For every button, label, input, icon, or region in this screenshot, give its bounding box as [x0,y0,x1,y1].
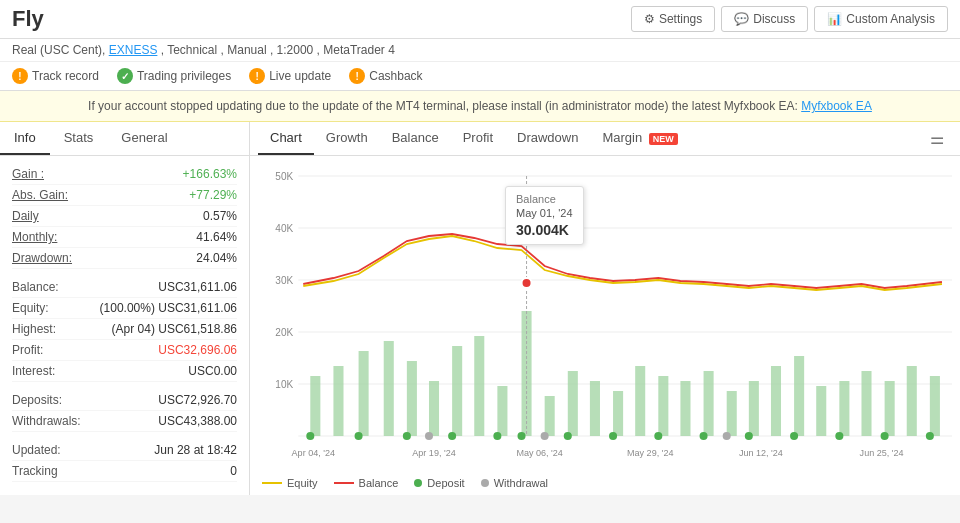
withdrawals-row: Withdrawals: USC43,388.00 [12,411,237,432]
svg-rect-13 [359,351,369,436]
withdrawals-value: USC43,388.00 [158,414,237,428]
chart-icon: 📊 [827,12,842,26]
tab-general[interactable]: General [107,122,181,155]
main-content: Info Stats General Gain : +166.63% Abs. … [0,122,960,495]
svg-point-41 [403,432,411,440]
svg-point-47 [654,432,662,440]
discuss-button[interactable]: 💬 Discuss [721,6,808,32]
gain-label[interactable]: Gain : [12,167,44,181]
daily-value: 0.57% [203,209,237,223]
svg-point-56 [723,432,731,440]
trading-privileges-icon: ✓ [117,68,133,84]
tracking-label: Tracking [12,464,58,478]
svg-text:Jun 25, '24: Jun 25, '24 [860,448,904,458]
withdrawal-dot-sample [481,479,489,487]
svg-rect-25 [635,366,645,436]
chat-icon: 💬 [734,12,749,26]
svg-point-53 [926,432,934,440]
svg-point-55 [541,432,549,440]
svg-rect-15 [407,361,417,436]
svg-rect-17 [452,346,462,436]
abs-gain-label[interactable]: Abs. Gain: [12,188,68,202]
broker-link[interactable]: EXNESS [109,43,158,57]
left-panel: Info Stats General Gain : +166.63% Abs. … [0,122,250,495]
svg-rect-28 [704,371,714,436]
svg-text:30K: 30K [275,275,293,286]
svg-point-43 [493,432,501,440]
equity-row: Equity: (100.00%) USC31,611.06 [12,298,237,319]
abs-gain-value: +77.29% [189,188,237,202]
right-panel: Chart Growth Balance Profit Drawdown Mar… [250,122,960,495]
tracking-value: 0 [230,464,237,478]
svg-rect-31 [771,366,781,436]
tab-profit[interactable]: Profit [451,122,505,155]
svg-rect-14 [384,341,394,436]
svg-point-54 [425,432,433,440]
custom-analysis-button[interactable]: 📊 Custom Analysis [814,6,948,32]
cashback-icon: ! [349,68,365,84]
settings-button[interactable]: ⚙ Settings [631,6,715,32]
tab-info[interactable]: Info [0,122,50,155]
svg-text:Jun 12, '24: Jun 12, '24 [739,448,783,458]
deposit-dot-sample [414,479,422,487]
live-update-item[interactable]: ! Live update [249,68,331,84]
tab-chart[interactable]: Chart [258,122,314,155]
daily-label[interactable]: Daily [12,209,39,223]
svg-rect-18 [474,336,484,436]
svg-text:10K: 10K [275,379,293,390]
profit-row: Profit: USC32,696.06 [12,340,237,361]
monthly-label[interactable]: Monthly: [12,230,57,244]
myfxbook-ea-link[interactable]: Myfxbook EA [801,99,872,113]
svg-rect-21 [545,396,555,436]
svg-rect-23 [590,381,600,436]
svg-point-40 [355,432,363,440]
svg-rect-12 [333,366,343,436]
deposits-row: Deposits: USC72,926.70 [12,390,237,411]
svg-point-44 [517,432,525,440]
svg-text:50K: 50K [275,171,293,182]
svg-rect-22 [568,371,578,436]
svg-point-48 [700,432,708,440]
drawdown-row: Drawdown: 24.04% [12,248,237,269]
info-section: Gain : +166.63% Abs. Gain: +77.29% Daily… [0,156,249,490]
trading-privileges-item[interactable]: ✓ Trading privileges [117,68,231,84]
svg-point-46 [609,432,617,440]
tab-margin[interactable]: Margin NEW [590,122,689,155]
monthly-value: 41.64% [196,230,237,244]
chart-settings-icon[interactable]: ⚌ [922,125,952,152]
track-record-item[interactable]: ! Track record [12,68,99,84]
status-bar: ! Track record ✓ Trading privileges ! Li… [0,62,960,91]
gain-row: Gain : +166.63% [12,164,237,185]
track-record-icon: ! [12,68,28,84]
balance-label: Balance: [12,280,59,294]
legend-equity: Equity [262,477,318,489]
account-subtitle: Real (USC Cent), EXNESS , Technical , Ma… [0,39,960,62]
svg-rect-11 [310,376,320,436]
highest-label: Highest: [12,322,56,336]
equity-line-sample [262,482,282,484]
deposits-label: Deposits: [12,393,62,407]
tab-balance[interactable]: Balance [380,122,451,155]
svg-point-58 [522,278,532,288]
tab-growth[interactable]: Growth [314,122,380,155]
svg-point-39 [306,432,314,440]
svg-text:40K: 40K [275,223,293,234]
drawdown-label[interactable]: Drawdown: [12,251,72,265]
tab-drawdown[interactable]: Drawdown [505,122,590,155]
svg-point-49 [745,432,753,440]
svg-rect-34 [839,381,849,436]
svg-rect-29 [727,391,737,436]
highest-value: (Apr 04) USC61,518.86 [112,322,237,336]
svg-rect-32 [794,356,804,436]
cashback-item[interactable]: ! Cashback [349,68,422,84]
chart-container: 50K 40K 30K 20K 10K [250,156,960,473]
header: Fly ⚙ Settings 💬 Discuss 📊 Custom Analys… [0,0,960,39]
svg-rect-37 [907,366,917,436]
updated-row: Updated: Jun 28 at 18:42 [12,440,237,461]
daily-row: Daily 0.57% [12,206,237,227]
profit-value: USC32,696.06 [158,343,237,357]
tab-stats[interactable]: Stats [50,122,108,155]
margin-new-badge: NEW [649,133,678,145]
drawdown-value: 24.04% [196,251,237,265]
gear-icon: ⚙ [644,12,655,26]
